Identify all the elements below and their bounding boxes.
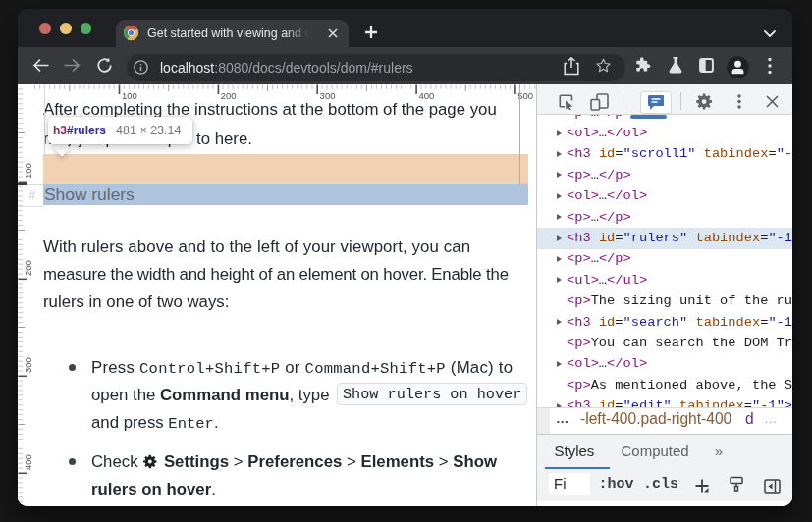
svg-text:400: 400 [419,90,435,99]
svg-text:100: 100 [23,163,33,179]
svg-text:300: 300 [320,90,336,99]
svg-text:200: 200 [221,90,237,99]
svg-text:200: 200 [23,260,33,276]
svg-text:100: 100 [122,90,137,99]
svg-text:400: 400 [23,454,33,470]
svg-text:300: 300 [23,357,33,373]
